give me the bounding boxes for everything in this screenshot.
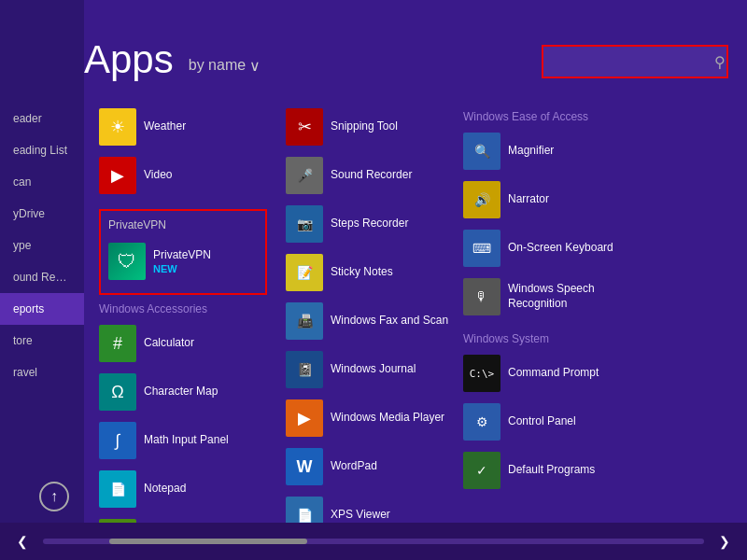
- page-title: Apps: [84, 37, 174, 82]
- privatevpn-header: PrivateVPN: [108, 218, 258, 231]
- sticky-label: Sticky Notes: [331, 265, 393, 280]
- col-right: Windows Ease of Access 🔍 Magnifier 🔊 Nar…: [463, 103, 622, 523]
- calculator-icon: #: [99, 325, 136, 362]
- list-item[interactable]: 📷 Steps Recorder: [286, 200, 463, 248]
- search-box: ⚲: [542, 45, 728, 78]
- list-item[interactable]: 🔊 Narrator: [463, 175, 622, 224]
- list-item[interactable]: ✓ Default Programs: [463, 446, 622, 495]
- osk-icon: ⌨: [463, 230, 500, 267]
- list-item[interactable]: ▶ Video: [99, 151, 286, 200]
- privatevpn-label: PrivateVPN: [153, 248, 211, 263]
- sidebar-item-reports[interactable]: eports: [0, 293, 84, 325]
- calculator-label: Calculator: [144, 336, 194, 351]
- sidebar-item-travel[interactable]: ravel: [0, 357, 84, 388]
- video-icon: ▶: [99, 157, 136, 194]
- wordpad-icon: W: [286, 448, 323, 485]
- cmd-label: Command Prompt: [508, 366, 599, 381]
- charmap-label: Character Map: [144, 385, 218, 399]
- steps-label: Steps Recorder: [331, 217, 408, 231]
- math-label: Math Input Panel: [144, 433, 229, 448]
- section-accessories-header: Windows Accessories: [99, 302, 286, 315]
- list-item[interactable]: ✂ Snipping Tool: [286, 103, 463, 151]
- list-item[interactable]: Ω Character Map: [99, 368, 286, 416]
- cmd-icon: C:\>: [463, 355, 500, 392]
- privatevpn-info: PrivateVPN NEW: [153, 248, 211, 274]
- sidebar-item-reading-list[interactable]: eading List: [0, 134, 84, 166]
- snipping-label: Snipping Tool: [331, 119, 398, 134]
- speech-icon: 🎙: [463, 278, 500, 315]
- list-item[interactable]: ∫ Math Input Panel: [99, 416, 286, 465]
- mediaplayer-icon: ▶: [286, 399, 323, 437]
- list-item[interactable]: 🎤 Sound Recorder: [286, 151, 463, 200]
- sidebar-item-store[interactable]: tore: [0, 325, 84, 357]
- privatevpn-box: PrivateVPN 🛡 PrivateVPN NEW: [99, 209, 267, 295]
- apps-area: ☀ Weather ▶ Video PrivateVPN 🛡 PrivateVP…: [84, 93, 747, 523]
- sidebar-item-scan[interactable]: can: [0, 166, 84, 198]
- list-item[interactable]: ⚙ Control Panel: [463, 398, 622, 446]
- osk-label: On-Screen Keyboard: [508, 241, 613, 256]
- up-arrow-button[interactable]: ↑: [39, 482, 69, 511]
- list-item[interactable]: # Calculator: [99, 319, 286, 368]
- privatevpn-app[interactable]: 🛡 PrivateVPN NEW: [108, 237, 258, 286]
- sidebar-item-type[interactable]: ype: [0, 230, 84, 261]
- wordpad-label: WordPad: [331, 459, 377, 474]
- scrollbar-track[interactable]: [43, 539, 704, 544]
- main-content: ☀ Weather ▶ Video PrivateVPN 🛡 PrivateVP…: [84, 93, 747, 523]
- privatevpn-new-badge: NEW: [153, 263, 211, 274]
- sticky-icon: 📝: [286, 254, 323, 291]
- fax-label: Windows Fax and Scan: [331, 314, 448, 329]
- math-icon: ∫: [99, 422, 136, 459]
- scroll-right-button[interactable]: ❯: [712, 530, 738, 553]
- fax-icon: 📠: [286, 302, 323, 340]
- col-featured: ☀ Weather ▶ Video PrivateVPN 🛡 PrivateVP…: [99, 103, 286, 523]
- sidebar-item-sound-recorder[interactable]: ound Recorder: [0, 261, 84, 293]
- soundrec-label: Sound Recorder: [331, 168, 412, 183]
- narrator-icon: 🔊: [463, 181, 500, 218]
- scroll-left-button[interactable]: ❮: [9, 530, 35, 553]
- header: Apps by name ∨: [84, 37, 261, 82]
- steps-icon: 📷: [286, 205, 323, 243]
- section-system-header: Windows System: [463, 332, 622, 345]
- notepad-icon: 📄: [99, 470, 136, 508]
- snipping-icon: ✂: [286, 108, 323, 146]
- xps-label: XPS Viewer: [331, 508, 390, 523]
- section-ease-header: Windows Ease of Access: [463, 110, 622, 123]
- list-item[interactable]: W WordPad: [286, 442, 463, 491]
- search-input[interactable]: [551, 54, 714, 69]
- sidebar-item-skydrive[interactable]: yDrive: [0, 198, 84, 230]
- sidebar: eader eading List can yDrive ype ound Re…: [0, 0, 84, 523]
- weather-label: Weather: [144, 119, 186, 134]
- list-item[interactable]: 📄 Notepad: [99, 465, 286, 513]
- scrollbar-thumb: [109, 539, 307, 544]
- controlpanel-label: Control Panel: [508, 414, 576, 429]
- list-item[interactable]: 🎨 Paint: [99, 513, 286, 523]
- weather-icon: ☀: [99, 108, 136, 146]
- list-item[interactable]: ▶ Windows Media Player: [286, 394, 463, 442]
- search-button[interactable]: ⚲: [714, 53, 726, 71]
- mediaplayer-label: Windows Media Player: [331, 411, 444, 426]
- list-item[interactable]: 📝 Sticky Notes: [286, 248, 463, 297]
- sort-selector[interactable]: by name ∨: [189, 57, 261, 75]
- list-item[interactable]: ☀ Weather: [99, 103, 286, 151]
- privatevpn-icon: 🛡: [108, 243, 146, 280]
- speech-label: Windows Speech Recognition: [508, 282, 622, 311]
- journal-icon: 📓: [286, 351, 323, 388]
- defaultprograms-icon: ✓: [463, 452, 500, 489]
- list-item[interactable]: 📓 Windows Journal: [286, 345, 463, 394]
- list-item[interactable]: 📠 Windows Fax and Scan: [286, 297, 463, 345]
- sort-label: by name: [189, 57, 246, 74]
- list-item[interactable]: 🎙 Windows Speech Recognition: [463, 273, 622, 321]
- list-item[interactable]: C:\> Command Prompt: [463, 349, 622, 398]
- list-item[interactable]: 🔍 Magnifier: [463, 127, 622, 175]
- sort-arrow-icon: ∨: [249, 57, 261, 75]
- soundrec-icon: 🎤: [286, 157, 323, 194]
- list-item[interactable]: ⌨ On-Screen Keyboard: [463, 224, 622, 273]
- list-item[interactable]: 📄 XPS Viewer: [286, 491, 463, 523]
- charmap-icon: Ω: [99, 373, 136, 411]
- journal-label: Windows Journal: [331, 362, 416, 377]
- sidebar-item-reader[interactable]: eader: [0, 103, 84, 134]
- magnifier-icon: 🔍: [463, 133, 500, 170]
- magnifier-label: Magnifier: [508, 144, 554, 159]
- xps-icon: 📄: [286, 497, 323, 523]
- narrator-label: Narrator: [508, 192, 549, 207]
